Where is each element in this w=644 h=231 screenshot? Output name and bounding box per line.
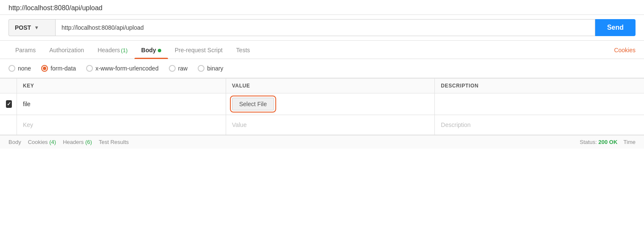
radio-urlencoded-circle	[86, 65, 93, 72]
tab-pre-request-script[interactable]: Pre-request Script	[168, 41, 230, 59]
row2-value-placeholder: Value	[232, 121, 247, 128]
table-row: Key Value Description	[0, 115, 644, 135]
radio-binary[interactable]: binary	[198, 65, 223, 72]
status-display: Status: 200 OK Time	[580, 139, 636, 145]
send-button[interactable]: Send	[595, 19, 636, 36]
header-description: DESCRIPTION	[435, 79, 644, 93]
body-type-options: none form-data x-www-form-urlencoded raw…	[0, 59, 644, 78]
tab-tests[interactable]: Tests	[230, 41, 257, 59]
table-row: ✓ file Select File	[0, 93, 644, 115]
row1-description-cell[interactable]	[435, 93, 644, 115]
bottom-headers-link[interactable]: Headers (6)	[63, 139, 92, 145]
radio-form-data-circle	[41, 65, 48, 72]
header-value: VALUE	[226, 79, 435, 93]
table-header: KEY VALUE DESCRIPTION	[0, 79, 644, 93]
row2-description-cell[interactable]: Description	[435, 115, 644, 135]
checkbox-checked-icon[interactable]: ✓	[6, 100, 12, 108]
url-display-text: http://localhost:8080/api/upload	[8, 4, 103, 11]
method-value: POST	[15, 24, 31, 31]
url-input[interactable]	[55, 19, 595, 36]
cookies-count-badge: (4)	[49, 139, 56, 145]
tab-headers[interactable]: Headers(1)	[91, 41, 134, 59]
body-dot	[158, 49, 161, 52]
bottom-cookies-link[interactable]: Cookies (4)	[28, 139, 56, 145]
row1-key-cell[interactable]: file	[17, 93, 226, 115]
tab-body[interactable]: Body	[134, 41, 168, 59]
radio-raw-circle	[169, 65, 176, 72]
radio-none-circle	[8, 65, 15, 72]
radio-raw[interactable]: raw	[169, 65, 188, 72]
row1-checkbox-cell[interactable]: ✓	[0, 93, 17, 115]
request-row: POST ▾ Send	[0, 15, 644, 41]
bottom-test-results-link[interactable]: Test Results	[99, 139, 129, 145]
row2-checkbox-cell[interactable]	[0, 115, 17, 135]
row2-key-cell[interactable]: Key	[17, 115, 226, 135]
row1-value-cell[interactable]: Select File	[226, 93, 435, 115]
tabs-row: Params Authorization Headers(1) Body Pre…	[0, 41, 644, 59]
cookies-tab[interactable]: Cookies	[607, 41, 636, 59]
header-checkbox-col	[0, 79, 17, 93]
tab-authorization[interactable]: Authorization	[42, 41, 91, 59]
top-url-display: http://localhost:8080/api/upload	[0, 0, 644, 15]
row2-description-placeholder: Description	[441, 121, 470, 128]
headers-count-badge: (6)	[85, 139, 92, 145]
headers-badge: (1)	[121, 47, 128, 54]
tab-params[interactable]: Params	[8, 41, 42, 59]
radio-none[interactable]: none	[8, 65, 31, 72]
radio-form-data[interactable]: form-data	[41, 65, 76, 72]
radio-binary-circle	[198, 65, 204, 72]
bottom-body-link[interactable]: Body	[8, 139, 21, 145]
radio-x-www-form-urlencoded[interactable]: x-www-form-urlencoded	[86, 65, 159, 72]
status-ok-badge: 200 OK	[599, 139, 618, 145]
method-selector[interactable]: POST ▾	[8, 19, 55, 36]
header-key: KEY	[17, 79, 226, 93]
bottom-bar: Body Cookies (4) Headers (6) Test Result…	[0, 135, 644, 149]
body-table: KEY VALUE DESCRIPTION ✓ file Select File…	[0, 78, 644, 135]
row2-value-cell[interactable]: Value	[226, 115, 435, 135]
row2-key-placeholder: Key	[23, 121, 33, 128]
select-file-button[interactable]: Select File	[232, 98, 274, 110]
chevron-down-icon: ▾	[35, 25, 38, 31]
row1-key-value: file	[23, 101, 31, 107]
